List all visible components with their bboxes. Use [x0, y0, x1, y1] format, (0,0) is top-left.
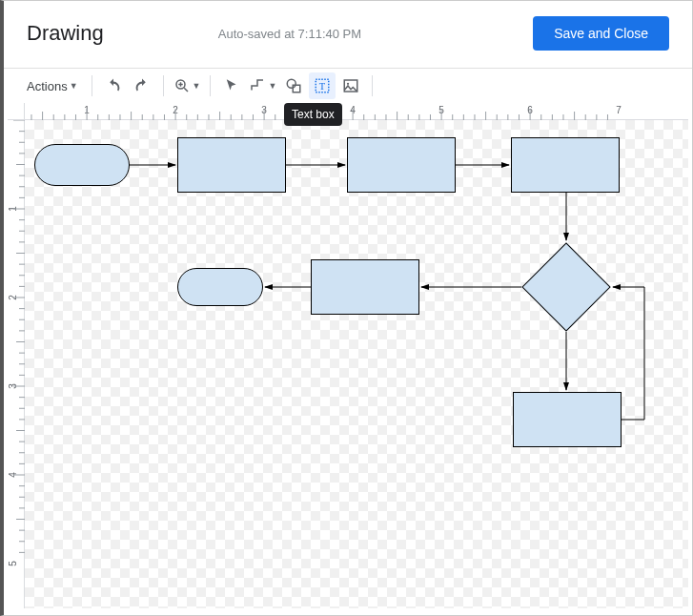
caret-down-icon: ▼ — [268, 81, 276, 91]
toolbar: Actions▼ ▼ ▼ T Text box — [4, 69, 692, 103]
flowchart-process[interactable] — [513, 392, 622, 447]
flowchart-decision[interactable] — [521, 242, 610, 331]
flowchart-process[interactable] — [177, 137, 286, 193]
separator — [210, 75, 211, 96]
flowchart-process[interactable] — [347, 137, 456, 193]
canvas-area: 1234567 12345 — [4, 103, 692, 608]
redo-icon — [133, 77, 151, 94]
caret-down-icon: ▼ — [193, 81, 201, 91]
horizontal-ruler[interactable]: 1234567 — [25, 103, 688, 120]
cursor-icon — [223, 77, 240, 94]
separator — [372, 75, 373, 96]
ruler-corner — [8, 103, 25, 120]
autosave-status: Auto-saved at 7:11:40 PM — [47, 27, 533, 41]
svg-text:7: 7 — [616, 105, 622, 115]
flowchart-terminator[interactable] — [34, 144, 130, 186]
svg-line-1 — [184, 88, 188, 92]
svg-point-4 — [288, 79, 296, 88]
caret-down-icon: ▼ — [70, 81, 78, 91]
vertical-ruler[interactable]: 12345 — [8, 120, 25, 608]
flowchart-process[interactable] — [511, 137, 620, 193]
tooltip: Text box — [284, 103, 342, 126]
dialog-header: Drawing Auto-saved at 7:11:40 PM Save an… — [4, 1, 692, 69]
save-and-close-button[interactable]: Save and Close — [533, 16, 669, 51]
zoom-menu[interactable]: ▼ — [172, 72, 203, 99]
svg-text:T: T — [319, 81, 326, 92]
zoom-icon — [173, 77, 191, 94]
redo-button[interactable] — [129, 72, 155, 99]
line-icon — [249, 77, 266, 94]
undo-button[interactable] — [100, 72, 127, 99]
image-icon — [342, 77, 359, 94]
separator — [163, 75, 164, 96]
select-tool[interactable] — [218, 72, 245, 99]
svg-rect-5 — [294, 85, 301, 92]
text-box-tool[interactable]: T — [309, 72, 336, 99]
shape-icon — [285, 77, 302, 94]
text-box-icon: T — [314, 77, 331, 94]
svg-point-9 — [347, 83, 349, 85]
drawing-canvas[interactable] — [25, 120, 688, 608]
line-tool-menu[interactable]: ▼ — [247, 72, 278, 99]
connectors-layer — [25, 120, 688, 608]
image-tool[interactable] — [337, 72, 364, 99]
shape-tool-menu[interactable] — [280, 72, 307, 99]
svg-text:5: 5 — [8, 561, 18, 566]
flowchart-process[interactable] — [311, 259, 419, 315]
separator — [92, 75, 92, 96]
flowchart-terminator[interactable] — [177, 268, 263, 306]
undo-icon — [105, 77, 122, 94]
actions-menu[interactable]: Actions▼ — [21, 72, 84, 99]
